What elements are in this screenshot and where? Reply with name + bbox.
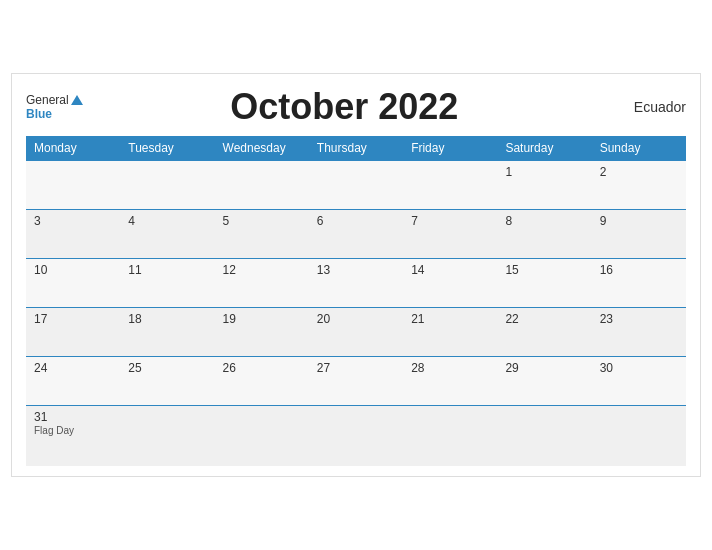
calendar-cell [215, 161, 309, 210]
day-number: 8 [505, 214, 583, 228]
calendar-cell: 3 [26, 210, 120, 259]
day-number: 22 [505, 312, 583, 326]
calendar-cell: 16 [592, 259, 686, 308]
calendar-header: General Blue October 2022 Ecuador [26, 86, 686, 128]
day-number: 30 [600, 361, 678, 375]
calendar-cell: 6 [309, 210, 403, 259]
calendar-cell: 13 [309, 259, 403, 308]
day-number: 5 [223, 214, 301, 228]
calendar-cell: 28 [403, 357, 497, 406]
day-number: 18 [128, 312, 206, 326]
calendar-cell: 23 [592, 308, 686, 357]
calendar-cell: 19 [215, 308, 309, 357]
calendar-cell [215, 406, 309, 467]
calendar-cell: 1 [497, 161, 591, 210]
calendar-cell: 20 [309, 308, 403, 357]
calendar-cell: 26 [215, 357, 309, 406]
calendar-cell: 27 [309, 357, 403, 406]
calendar-cell: 2 [592, 161, 686, 210]
calendar-week-row: 10111213141516 [26, 259, 686, 308]
day-number: 3 [34, 214, 112, 228]
day-number: 4 [128, 214, 206, 228]
day-number: 29 [505, 361, 583, 375]
day-number: 12 [223, 263, 301, 277]
calendar-week-row: 3456789 [26, 210, 686, 259]
calendar-cell: 10 [26, 259, 120, 308]
calendar-cell: 12 [215, 259, 309, 308]
calendar-cell [592, 406, 686, 467]
calendar-cell: 4 [120, 210, 214, 259]
logo: General Blue [26, 93, 83, 122]
calendar-cell [309, 161, 403, 210]
calendar-header-row: Monday Tuesday Wednesday Thursday Friday… [26, 136, 686, 161]
day-number: 26 [223, 361, 301, 375]
col-wednesday: Wednesday [215, 136, 309, 161]
day-number: 14 [411, 263, 489, 277]
calendar-cell: 15 [497, 259, 591, 308]
col-friday: Friday [403, 136, 497, 161]
col-sunday: Sunday [592, 136, 686, 161]
event-label: Flag Day [34, 425, 112, 436]
logo-triangle-icon [71, 95, 83, 105]
day-number: 2 [600, 165, 678, 179]
calendar-cell: 18 [120, 308, 214, 357]
col-monday: Monday [26, 136, 120, 161]
calendar-cell: 8 [497, 210, 591, 259]
day-number: 21 [411, 312, 489, 326]
calendar-cell [403, 406, 497, 467]
day-number: 13 [317, 263, 395, 277]
calendar-grid: Monday Tuesday Wednesday Thursday Friday… [26, 136, 686, 466]
calendar-cell: 21 [403, 308, 497, 357]
calendar-cell [26, 161, 120, 210]
calendar-container: General Blue October 2022 Ecuador Monday… [11, 73, 701, 477]
col-tuesday: Tuesday [120, 136, 214, 161]
day-number: 16 [600, 263, 678, 277]
day-number: 11 [128, 263, 206, 277]
calendar-cell [309, 406, 403, 467]
calendar-cell [497, 406, 591, 467]
calendar-week-row: 17181920212223 [26, 308, 686, 357]
calendar-cell [120, 406, 214, 467]
calendar-cell: 29 [497, 357, 591, 406]
day-number: 24 [34, 361, 112, 375]
day-number: 6 [317, 214, 395, 228]
calendar-cell: 11 [120, 259, 214, 308]
day-number: 27 [317, 361, 395, 375]
calendar-cell: 7 [403, 210, 497, 259]
calendar-cell: 5 [215, 210, 309, 259]
calendar-cell: 17 [26, 308, 120, 357]
day-number: 15 [505, 263, 583, 277]
calendar-cell [120, 161, 214, 210]
day-number: 28 [411, 361, 489, 375]
day-number: 1 [505, 165, 583, 179]
day-number: 10 [34, 263, 112, 277]
calendar-cell: 31Flag Day [26, 406, 120, 467]
calendar-cell: 25 [120, 357, 214, 406]
logo-blue-text: Blue [26, 107, 83, 121]
logo-general-text: General [26, 93, 83, 107]
day-number: 31 [34, 410, 112, 424]
calendar-country: Ecuador [606, 99, 686, 115]
calendar-cell [403, 161, 497, 210]
day-number: 25 [128, 361, 206, 375]
calendar-week-row: 12 [26, 161, 686, 210]
calendar-cell: 24 [26, 357, 120, 406]
calendar-week-row: 24252627282930 [26, 357, 686, 406]
col-saturday: Saturday [497, 136, 591, 161]
calendar-title: October 2022 [83, 86, 606, 128]
day-number: 20 [317, 312, 395, 326]
day-number: 23 [600, 312, 678, 326]
calendar-cell: 22 [497, 308, 591, 357]
calendar-cell: 30 [592, 357, 686, 406]
col-thursday: Thursday [309, 136, 403, 161]
calendar-week-row: 31Flag Day [26, 406, 686, 467]
day-number: 7 [411, 214, 489, 228]
day-number: 19 [223, 312, 301, 326]
day-number: 9 [600, 214, 678, 228]
calendar-cell: 9 [592, 210, 686, 259]
calendar-cell: 14 [403, 259, 497, 308]
day-number: 17 [34, 312, 112, 326]
